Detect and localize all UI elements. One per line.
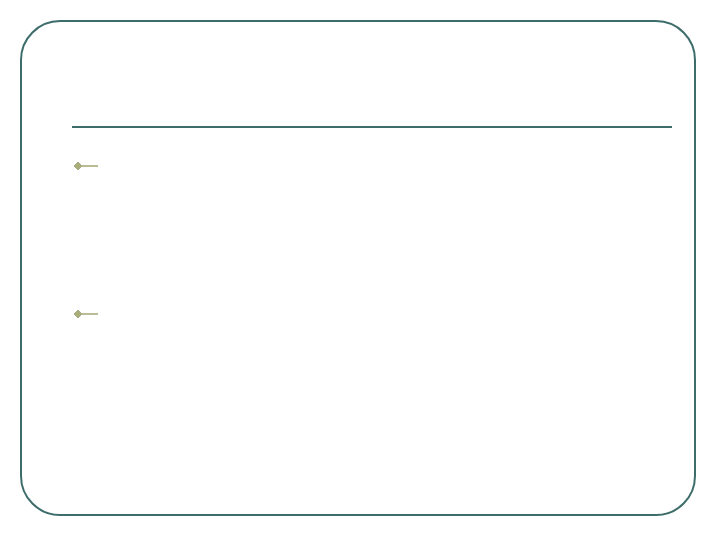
spacer [72, 180, 662, 300]
slide-title [72, 60, 648, 120]
slide-content [72, 152, 662, 328]
bullet-item [72, 152, 662, 180]
svg-marker-0 [74, 162, 82, 170]
bullet-icon [72, 308, 102, 320]
slide-frame [20, 20, 696, 516]
bullet-item [72, 300, 662, 328]
bullet-text [102, 157, 662, 175]
bullet-icon [72, 160, 102, 172]
title-underline [72, 126, 672, 128]
svg-marker-2 [74, 310, 82, 318]
bullet-text [102, 305, 662, 323]
